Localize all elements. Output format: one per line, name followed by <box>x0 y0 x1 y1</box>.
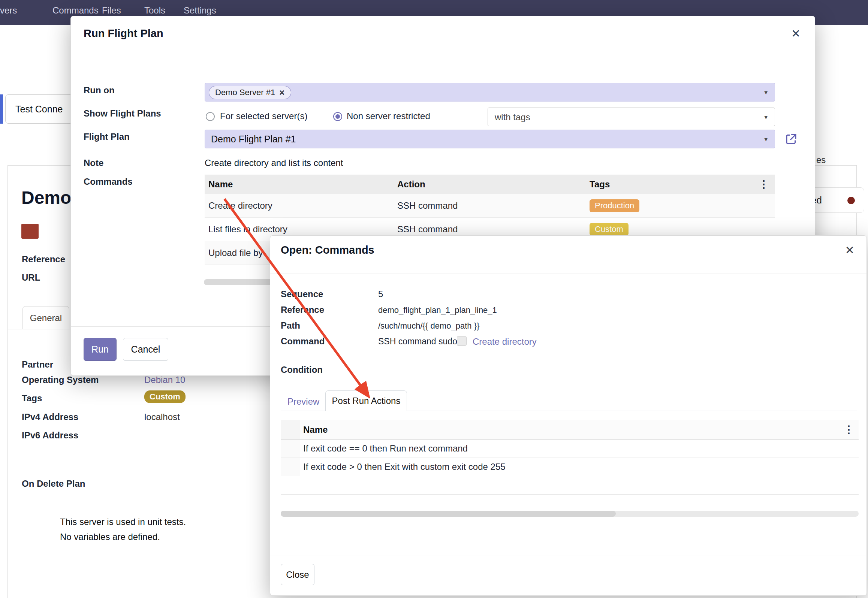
unit-note-line2: No variables are defined. <box>60 532 160 542</box>
create-directory-checkbox[interactable] <box>457 336 467 346</box>
close-icon[interactable]: ✕ <box>845 245 855 256</box>
label-sequence: Sequence <box>281 289 323 299</box>
tab-general[interactable]: General <box>22 306 69 329</box>
column-header-name: Name <box>300 425 840 435</box>
commands-column-divider <box>198 191 198 326</box>
server-tag-pill: Demo Server #1 ✕ <box>209 86 291 99</box>
label-url: URL <box>22 272 40 283</box>
with-tags-select[interactable]: with tags ▼ <box>488 108 775 126</box>
tab-post-run-actions[interactable]: Post Run Actions <box>325 390 407 411</box>
nav-item-servers[interactable]: vers <box>0 5 17 16</box>
modal-header-divider <box>71 52 815 52</box>
cell-tags: Production <box>590 199 750 212</box>
close-button[interactable]: Close <box>281 564 314 585</box>
screen: vers Commands Files Tools Settings Test … <box>0 0 868 598</box>
external-link-icon[interactable] <box>784 132 798 147</box>
label-reference: Reference <box>22 254 65 265</box>
field-divider-2 <box>373 363 373 382</box>
horizontal-scrollbar[interactable] <box>281 511 859 517</box>
tab-preview[interactable]: Preview <box>287 396 319 407</box>
table-row[interactable]: Create directory SSH command Production <box>205 194 775 218</box>
server-tag-label: Demo Server #1 <box>215 88 275 97</box>
open-modal-title: Open: Commands <box>281 244 374 256</box>
custom-badge: Custom <box>590 223 629 236</box>
create-directory-link[interactable]: Create directory <box>473 336 537 347</box>
label-path: Path <box>281 320 300 331</box>
production-badge: Production <box>590 199 639 212</box>
flight-plan-select[interactable]: Demo Flight Plan #1 ▼ <box>205 130 775 148</box>
flight-plan-value: Demo Flight Plan #1 <box>211 134 296 145</box>
actions-table-header: Name ⋮ <box>281 420 859 440</box>
kebab-menu-icon[interactable]: ⋮ <box>750 178 775 190</box>
tab-general-label: General <box>30 313 62 323</box>
cell-name: Create directory <box>205 200 397 211</box>
unit-note-line1: This server is used in unit tests. <box>60 517 186 527</box>
modal-header-divider <box>270 274 867 274</box>
chevron-down-icon: ▼ <box>763 89 769 96</box>
status-dot <box>847 197 855 204</box>
tab-post-run-actions-label: Post Run Actions <box>332 396 401 406</box>
value-operating-system[interactable]: Debian 10 <box>144 375 185 385</box>
run-modal-title: Run Flight Plan <box>84 27 163 40</box>
value-ipv4: localhost <box>144 412 180 422</box>
value-reference: demo_flight_plan_1_plan_line_1 <box>378 305 497 315</box>
label-ipv4: IPv4 Address <box>22 412 78 422</box>
value-command: SSH command sudo <box>378 336 457 347</box>
value-path: /such/much/{{ demo_path }} <box>378 321 479 331</box>
handle-column <box>281 420 300 439</box>
cell-action-name: If exit code == 0 then Run next command <box>300 443 859 454</box>
close-icon[interactable]: ✕ <box>791 28 801 39</box>
cell-action-name: If exit code > 0 then Exit with custom e… <box>300 462 859 472</box>
column-header-tags: Tags <box>590 179 750 190</box>
radio-non-server-restricted[interactable] <box>333 112 342 121</box>
color-swatch[interactable] <box>21 224 39 239</box>
label-note: Note <box>84 158 103 168</box>
chevron-down-icon: ▼ <box>763 136 769 142</box>
open-commands-modal: Open: Commands ✕ Sequence 5 Reference de… <box>270 235 867 596</box>
label-run-on: Run on <box>84 85 115 96</box>
remove-tag-icon[interactable]: ✕ <box>279 88 285 97</box>
radio-non-server-restricted-label: Non server restricted <box>347 111 430 121</box>
nav-item-tools[interactable]: Tools <box>144 5 165 16</box>
label-command: Command <box>281 336 325 347</box>
label-tags: Tags <box>22 393 42 404</box>
nav-item-files[interactable]: Files <box>102 5 121 16</box>
table-row[interactable]: If exit code > 0 then Exit with custom e… <box>281 458 859 476</box>
partial-button-edge <box>0 94 3 124</box>
cell-action: SSH command <box>397 200 590 211</box>
field-divider <box>373 287 373 350</box>
value-sequence: 5 <box>378 289 383 299</box>
test-connection-label: Test Conne <box>15 104 63 115</box>
nav-item-commands[interactable]: Commands <box>52 5 99 16</box>
cancel-button[interactable]: Cancel <box>123 338 168 361</box>
table-row[interactable]: If exit code == 0 then Run next command <box>281 440 859 458</box>
tags-badge-custom: Custom <box>144 390 186 403</box>
handle-column <box>281 440 300 457</box>
commands-table-header: Name Action Tags ⋮ <box>205 175 775 194</box>
kebab-menu-icon[interactable]: ⋮ <box>840 423 859 436</box>
handle-column <box>281 458 300 476</box>
column-header-name: Name <box>205 179 397 190</box>
label-condition: Condition <box>281 365 323 375</box>
label-on-delete-plan: On Delete Plan <box>22 478 85 489</box>
run-button[interactable]: Run <box>84 338 117 361</box>
run-on-select[interactable]: Demo Server #1 ✕ ▼ <box>205 83 775 102</box>
radio-for-selected-servers[interactable] <box>206 112 215 121</box>
scrollbar-thumb[interactable] <box>281 511 616 517</box>
with-tags-value: with tags <box>495 112 530 123</box>
post-run-actions-table: Name ⋮ If exit code == 0 then Run next c… <box>281 420 859 495</box>
field-column-divider-2 <box>135 474 135 494</box>
label-ipv6: IPv6 Address <box>22 430 78 441</box>
right-edge-fragment: es <box>816 155 826 165</box>
chevron-down-icon: ▼ <box>763 114 769 120</box>
nav-item-settings[interactable]: Settings <box>184 5 216 16</box>
page-title: Demo <box>21 187 71 208</box>
label-partner: Partner <box>22 359 53 370</box>
cell-tags: Custom <box>590 223 750 236</box>
cell-action: SSH command <box>397 224 590 235</box>
label-operating-system: Operating System <box>22 375 99 385</box>
label-commands: Commands <box>84 176 133 187</box>
flight-plan-note: Create directory and list its content <box>205 158 343 168</box>
radio-for-selected-servers-label: For selected server(s) <box>220 111 307 121</box>
cell-name: List files in directory <box>205 224 397 235</box>
